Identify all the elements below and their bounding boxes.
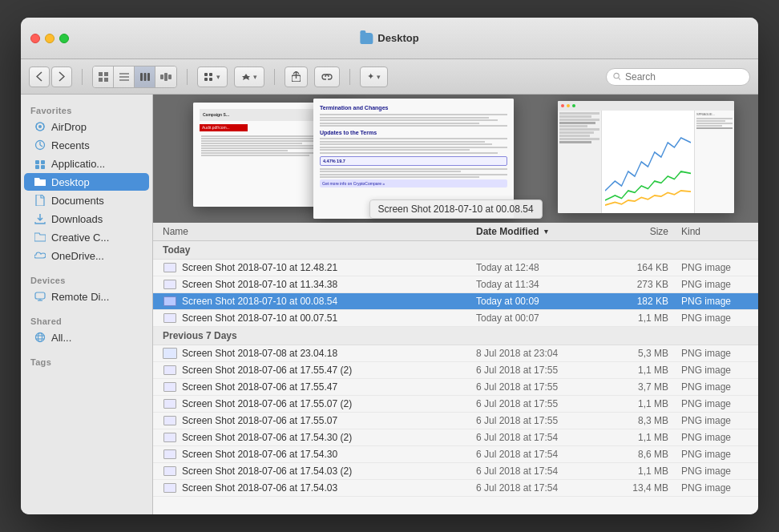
file-icon bbox=[163, 365, 177, 376]
file-row[interactable]: Screen Shot 2018-07-10 at 00.07.51 Today… bbox=[153, 310, 758, 327]
file-date: 6 Jul 2018 at 17:54 bbox=[476, 482, 604, 494]
tags-header: Tags bbox=[21, 353, 152, 369]
sidebar-item-remote[interactable]: Remote Di... bbox=[24, 288, 149, 305]
file-size: 1,1 MB bbox=[604, 466, 668, 477]
list-view-button[interactable] bbox=[114, 66, 135, 87]
svg-rect-3 bbox=[104, 78, 108, 82]
sidebar-item-all[interactable]: All... bbox=[24, 328, 149, 346]
file-kind: PNG image bbox=[668, 482, 749, 494]
link-button[interactable] bbox=[314, 66, 340, 87]
close-button[interactable] bbox=[30, 34, 40, 43]
file-row-selected[interactable]: Screen Shot 2018-07-10 at 00.08.54 Today… bbox=[153, 293, 758, 310]
file-list-header: Name Date Modified ▾ Size Kind bbox=[153, 223, 758, 241]
sidebar-item-downloads[interactable]: Downloads bbox=[24, 210, 149, 228]
file-row[interactable]: Screen Shot 2018-07-06 at 17.54.03 (2) 6… bbox=[153, 463, 758, 480]
sidebar-item-desktop[interactable]: Desktop bbox=[24, 173, 149, 191]
file-icon bbox=[163, 279, 177, 290]
file-kind: PNG image bbox=[668, 279, 749, 290]
file-row[interactable]: Screen Shot 2018-07-06 at 17.54.30 6 Jul… bbox=[153, 446, 758, 463]
file-date: 6 Jul 2018 at 17:55 bbox=[476, 381, 604, 393]
file-name: Screen Shot 2018-07-06 at 17.55.47 bbox=[182, 381, 476, 393]
svg-rect-27 bbox=[35, 165, 39, 169]
file-name: Screen Shot 2018-07-06 at 17.54.30 bbox=[182, 449, 476, 460]
file-icon bbox=[163, 415, 177, 426]
share-button[interactable] bbox=[285, 66, 308, 87]
sidebar-item-creative[interactable]: Creative C... bbox=[24, 228, 149, 246]
sidebar-item-airdrop[interactable]: AirDrop bbox=[24, 118, 149, 135]
svg-line-19 bbox=[619, 78, 620, 79]
svg-rect-11 bbox=[164, 73, 168, 81]
file-kind: PNG image bbox=[668, 432, 749, 443]
link-icon bbox=[321, 74, 333, 80]
file-row[interactable]: Screen Shot 2018-07-06 at 17.55.07 (2) 6… bbox=[153, 396, 758, 413]
action-button[interactable]: ▾ bbox=[234, 66, 264, 87]
maximize-button[interactable] bbox=[59, 34, 69, 43]
separator-3 bbox=[274, 69, 275, 85]
preview-card-chart: SPRAGUE... bbox=[558, 101, 734, 213]
svg-rect-15 bbox=[209, 73, 212, 76]
search-input[interactable] bbox=[625, 71, 743, 83]
file-row[interactable]: Screen Shot 2018-07-06 at 17.55.47 6 Jul… bbox=[153, 379, 758, 396]
file-date: 6 Jul 2018 at 17:55 bbox=[476, 415, 604, 426]
sidebar-label-onedrive: OneDrive... bbox=[51, 250, 104, 262]
icon-view-button[interactable] bbox=[93, 66, 114, 87]
airdrop-icon bbox=[34, 120, 46, 133]
section-previous-7-days: Previous 7 Days bbox=[153, 327, 758, 345]
file-kind: PNG image bbox=[668, 348, 749, 359]
sidebar-item-recents[interactable]: Recents bbox=[24, 136, 149, 154]
traffic-lights bbox=[30, 34, 69, 43]
window-title: Desktop bbox=[377, 32, 418, 44]
svg-rect-16 bbox=[209, 78, 212, 81]
shared-header: Shared bbox=[21, 312, 152, 328]
file-size: 13,4 MB bbox=[604, 482, 668, 494]
svg-point-21 bbox=[38, 125, 42, 128]
column-header-size[interactable]: Size bbox=[604, 226, 668, 237]
back-button[interactable] bbox=[29, 66, 50, 87]
cover-view-button[interactable] bbox=[155, 66, 176, 87]
sidebar-item-applications[interactable]: Applicatio... bbox=[24, 155, 149, 172]
sort-chevron: ▾ bbox=[377, 73, 381, 81]
column-header-date[interactable]: Date Modified ▾ bbox=[476, 226, 604, 237]
file-row[interactable]: Screen Shot 2018-07-06 at 17.54.03 6 Jul… bbox=[153, 480, 758, 497]
file-date: Today at 11:34 bbox=[476, 279, 604, 290]
svg-rect-29 bbox=[35, 292, 45, 299]
forward-button[interactable] bbox=[51, 66, 72, 87]
file-name: Screen Shot 2018-07-06 at 17.54.30 (2) bbox=[182, 432, 476, 443]
chevron-right-icon bbox=[59, 71, 65, 82]
file-row[interactable]: Screen Shot 2018-07-08 at 23.04.18 8 Jul… bbox=[153, 345, 758, 362]
sort-button[interactable]: ✦ ▾ bbox=[360, 66, 388, 87]
sidebar-label-documents: Documents bbox=[51, 195, 104, 207]
folder-icon bbox=[360, 33, 373, 44]
file-row[interactable]: Screen Shot 2018-07-06 at 17.54.30 (2) 6… bbox=[153, 429, 758, 446]
sidebar-item-documents[interactable]: Documents bbox=[24, 191, 149, 209]
column-header-kind[interactable]: Kind bbox=[668, 226, 749, 237]
file-kind: PNG image bbox=[668, 449, 749, 460]
sidebar-label-airdrop: AirDrop bbox=[51, 121, 87, 133]
file-list[interactable]: Name Date Modified ▾ Size Kind Today Scr… bbox=[153, 223, 758, 514]
column-view-button[interactable] bbox=[135, 66, 155, 87]
sidebar-item-onedrive[interactable]: OneDrive... bbox=[24, 247, 149, 264]
search-box[interactable] bbox=[606, 68, 750, 86]
arrange-button[interactable]: ▾ bbox=[197, 66, 228, 87]
main-content: Favorites AirDrop Recents Applicatio... bbox=[21, 95, 758, 514]
remote-icon bbox=[34, 290, 46, 303]
file-row[interactable]: Screen Shot 2018-07-06 at 17.55.47 (2) 6… bbox=[153, 362, 758, 379]
arrange-icon bbox=[204, 72, 214, 82]
svg-rect-0 bbox=[99, 72, 103, 76]
svg-rect-7 bbox=[140, 73, 143, 81]
file-row[interactable]: Screen Shot 2018-07-10 at 12.48.21 Today… bbox=[153, 260, 758, 276]
file-name: Screen Shot 2018-07-06 at 17.55.07 (2) bbox=[182, 398, 476, 409]
action-icon bbox=[241, 72, 251, 82]
file-date: 6 Jul 2018 at 17:55 bbox=[476, 365, 604, 376]
file-size: 3,7 MB bbox=[604, 381, 668, 393]
file-name: Screen Shot 2018-07-10 at 11.34.38 bbox=[182, 279, 476, 290]
minimize-button[interactable] bbox=[45, 34, 54, 43]
column-header-name[interactable]: Name bbox=[163, 226, 476, 237]
sidebar-label-downloads: Downloads bbox=[51, 213, 103, 225]
file-name: Screen Shot 2018-07-06 at 17.54.03 (2) bbox=[182, 466, 476, 477]
file-row[interactable]: Screen Shot 2018-07-10 at 11.34.38 Today… bbox=[153, 276, 758, 293]
file-kind: PNG image bbox=[668, 381, 749, 393]
file-row[interactable]: Screen Shot 2018-07-06 at 17.55.07 6 Jul… bbox=[153, 413, 758, 429]
desktop-folder-icon bbox=[34, 175, 46, 188]
file-name: Screen Shot 2018-07-06 at 17.55.47 (2) bbox=[182, 365, 476, 376]
